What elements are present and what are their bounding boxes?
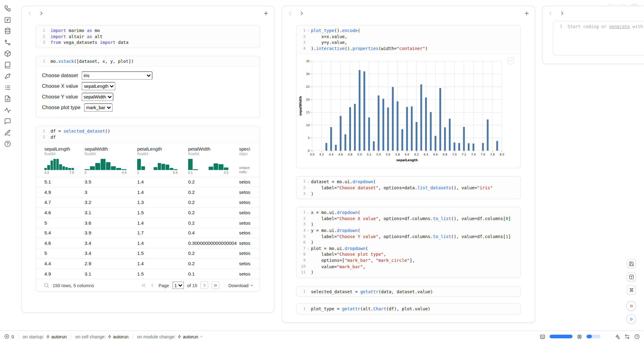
add-cell-button[interactable] (524, 10, 530, 16)
save-icon (628, 261, 634, 266)
fold-caret-icon[interactable]: ⌄ (306, 179, 311, 185)
table-row[interactable]: 5.43.91.70.4setos (36, 228, 260, 238)
table-row[interactable]: 53.61.40.2setos (36, 218, 260, 228)
table-cell: setos (239, 251, 259, 256)
svg-text:6.2: 6.2 (414, 153, 419, 156)
code-line: 1import marimo as mo (36, 27, 260, 34)
code-cell-dataframe[interactable]: 1df = selected_dataset()2df sepalLengthf… (36, 126, 260, 292)
column-header[interactable]: sepalWidthfloat64 (84, 146, 137, 156)
table-row[interactable]: 53.41.50.2setos (36, 248, 260, 258)
code-line: 3) (296, 191, 520, 197)
layout-button[interactable] (627, 272, 636, 281)
code-cell-selected-dataset[interactable]: 1selected_dataset = getattr(data, datase… (296, 286, 521, 297)
stop-kernel-button[interactable] (626, 301, 636, 311)
page-select[interactable]: 1 (172, 281, 184, 289)
help-button[interactable] (4, 141, 11, 148)
command-palette-button[interactable] (627, 285, 636, 294)
fold-caret-icon[interactable]: ⌄ (306, 27, 311, 34)
packages-button[interactable] (4, 50, 11, 57)
chat-button[interactable] (4, 118, 11, 125)
column-summary: uniquenulls: (239, 165, 259, 174)
next-page-button[interactable] (200, 281, 208, 289)
column-histogram (44, 159, 74, 170)
chevron-right-icon (202, 283, 207, 287)
code-cell-dataset-dropdown[interactable]: 1⌄dataset = mo.ui.dropdown(2 label="Choo… (296, 176, 521, 199)
column-forward-button[interactable] (559, 10, 565, 16)
swap-icon[interactable] (624, 333, 630, 339)
column-back-button[interactable] (27, 10, 33, 16)
table-row[interactable]: 4.63.11.50.2setos (36, 207, 260, 217)
x-value-select[interactable]: sepalLength (82, 82, 115, 91)
fold-caret-icon[interactable]: ⌄ (306, 209, 311, 216)
runtime-config-on-cell-change[interactable]: on cell change:autorun (75, 334, 128, 339)
table-row[interactable]: 4.73.21.30.2setos (36, 197, 260, 207)
code-line: 1⌄dataset = mo.ui.dropdown( (296, 179, 520, 185)
column-header[interactable]: petalLengthfloat64 (137, 146, 188, 156)
svg-text:4.2: 4.2 (319, 153, 324, 156)
column-forward-button[interactable] (299, 10, 305, 16)
tools-icon (4, 73, 11, 80)
layout-icon (628, 274, 634, 280)
control-label: Choose dataset (42, 73, 78, 79)
prev-page-button[interactable] (149, 282, 155, 288)
code-cell-vstack[interactable]: 1mo.vstack([dataset, x, y, plot]) Choose… (36, 56, 260, 118)
fold-caret-icon[interactable]: ⌄ (306, 227, 311, 233)
dependencies-button[interactable] (4, 39, 11, 46)
download-button[interactable]: Download (228, 283, 254, 287)
history-icon[interactable] (634, 333, 640, 339)
notebook-column-middle: 1⌄plot_type().encode(2 x=x.value,3 y=y.v… (282, 6, 535, 323)
errors-indicator[interactable]: 0 (4, 334, 14, 339)
outline-button[interactable] (4, 84, 11, 91)
scratchpad-button[interactable] (4, 95, 11, 102)
docs-button[interactable] (4, 61, 11, 68)
data-sources-icon (4, 27, 11, 34)
first-page-button[interactable] (141, 282, 146, 288)
table-row[interactable]: 4.93.11.50.1setos (36, 269, 260, 279)
plot-type-select[interactable]: mark_bar (84, 104, 113, 112)
svg-text:4.0: 4.0 (310, 153, 314, 156)
table-row[interactable]: 4.931.40.2setos (36, 187, 260, 197)
snippets-button[interactable] (4, 129, 11, 136)
code-line: 1df = selected_dataset() (36, 128, 260, 134)
ai-sparkle-icon[interactable] (614, 333, 620, 339)
column-header[interactable]: speciobjec (239, 146, 259, 156)
column-back-button[interactable] (287, 10, 293, 16)
tools-button[interactable] (4, 73, 11, 80)
code-cell-plot[interactable]: 1⌄plot_type().encode(2 x=x.value,3 y=y.v… (296, 25, 521, 169)
column-header[interactable]: petalWidthfloat64 (188, 146, 239, 156)
functions-button[interactable] (4, 16, 11, 23)
run-all-button[interactable] (626, 314, 636, 324)
column-forward-button[interactable] (38, 10, 44, 16)
runtime-config-on-module-change[interactable]: on module change:autorun (137, 334, 203, 339)
tracing-button[interactable] (4, 107, 11, 114)
last-page-button[interactable] (212, 281, 220, 289)
cell-placeholder[interactable]: Start coding or generate with AI (567, 23, 644, 30)
altair-chart[interactable]: 4.04.24.44.64.85.05.25.45.65.86.06.26.46… (298, 58, 521, 166)
column-back-button[interactable] (547, 10, 553, 16)
code-cell-plot-type[interactable]: 1plot_type = getattr(alt.Chart(df), plot… (296, 304, 521, 315)
table-row[interactable]: 4.63.41.40.30000000000000004setos (36, 238, 260, 248)
empty-code-cell[interactable]: 1 Start coding or generate with AI (553, 21, 644, 55)
table-cell: 1.7 (137, 230, 188, 235)
code-cell-xy-plot-dropdowns[interactable]: 1⌄x = mo.ui.dropdown(2 label="Choose X v… (296, 207, 521, 278)
svg-text:5.8: 5.8 (395, 153, 400, 156)
runtime-config-on-startup[interactable]: on startup:autorun (23, 334, 67, 339)
search-icon[interactable] (44, 282, 49, 288)
data-sources-button[interactable] (4, 27, 11, 34)
y-value-select[interactable]: sepalWidth (82, 93, 113, 101)
table-summary: 150 rows, 5 columns (52, 283, 94, 287)
save-button[interactable] (627, 259, 636, 268)
code-cell-imports[interactable]: 1import marimo as mo2import altair as al… (36, 25, 260, 48)
table-row[interactable]: 5.13.51.40.2setos (36, 177, 260, 187)
cpu-icon[interactable] (577, 333, 582, 339)
memory-icon[interactable] (540, 333, 546, 339)
table-row[interactable]: 4.42.91.40.2setos (36, 258, 260, 268)
control-row: Choose X valuesepalLength (42, 82, 254, 91)
dataset-select[interactable]: iris (81, 72, 152, 80)
table-footer: 150 rows, 5 columns Page 1 of 15 Downloa… (36, 279, 260, 291)
file-tree-button[interactable] (4, 5, 11, 12)
add-cell-button[interactable] (263, 10, 269, 16)
column-header[interactable]: sepalLengthfloat64 (36, 146, 85, 156)
cpu-meter (586, 335, 600, 338)
fold-caret-icon[interactable]: ⌄ (306, 245, 311, 251)
